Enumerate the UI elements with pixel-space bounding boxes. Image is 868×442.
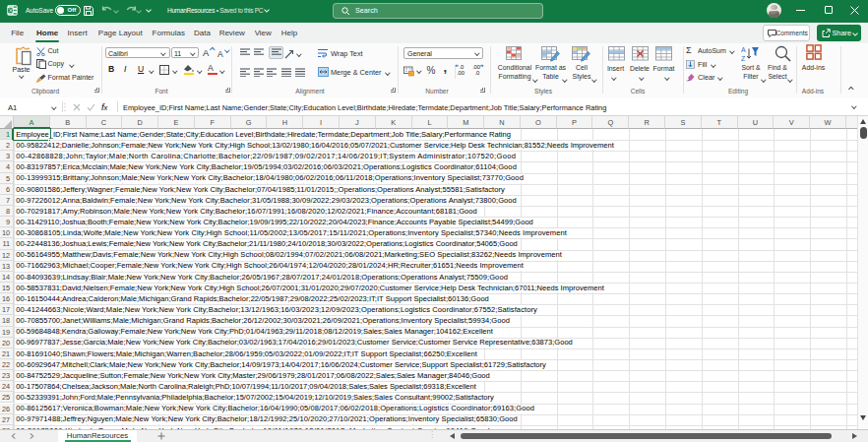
svg-text:.0: .0 xyxy=(460,64,465,70)
svg-text:Z: Z xyxy=(741,55,746,62)
svg-text:A: A xyxy=(741,46,746,53)
svg-text:.00: .00 xyxy=(457,70,465,76)
svg-text:.0: .0 xyxy=(475,70,480,76)
svg-text:.00: .00 xyxy=(472,64,480,70)
